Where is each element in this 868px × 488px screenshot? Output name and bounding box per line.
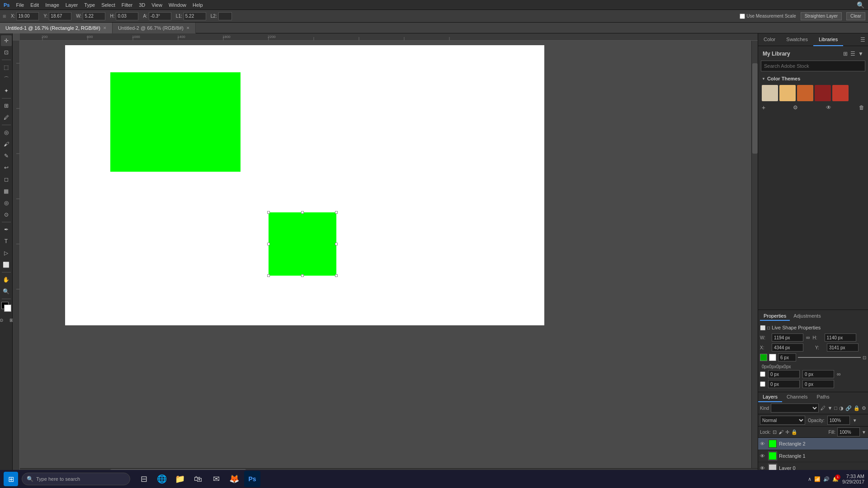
tab1-close[interactable]: ✕ — [103, 26, 107, 30]
fill-arrow[interactable]: ▼ — [862, 430, 866, 435]
panel-tab-color[interactable]: Color — [758, 33, 781, 46]
corner-link-icon[interactable]: ∞ — [837, 371, 841, 377]
eye-icon[interactable]: 👁 — [826, 104, 831, 111]
w-prop-input[interactable] — [772, 333, 803, 342]
layer-filter-icon[interactable]: ▼ — [827, 405, 832, 411]
panel-tab-swatches[interactable]: Swatches — [781, 33, 813, 46]
spot-healing-tool[interactable]: ◎ — [1, 127, 12, 138]
start-button[interactable]: ⊞ — [4, 472, 18, 486]
menu-help[interactable]: Help — [193, 2, 203, 8]
blend-mode-select[interactable]: Normal — [760, 416, 805, 425]
menu-layer[interactable]: Layer — [66, 2, 78, 8]
layer-vis-rectangle1[interactable]: 👁 — [760, 453, 766, 459]
ps-logo[interactable]: Ps — [4, 2, 9, 8]
eyedropper-tool[interactable]: 🖉 — [1, 112, 12, 123]
layer-tab-paths[interactable]: Paths — [812, 392, 834, 402]
use-measurement-label[interactable]: Use Measurement Scale — [740, 14, 796, 19]
taskbar-ie[interactable]: 🌐 — [154, 471, 170, 487]
swatch-tan[interactable] — [779, 85, 796, 101]
stroke-width-input[interactable] — [778, 353, 796, 361]
network-icon[interactable]: 📶 — [814, 476, 821, 482]
lock-pixels-icon[interactable]: 🖌 — [778, 429, 783, 435]
canvas-area[interactable]: 200 600 1000 1400 1800 2200 — [13, 33, 758, 474]
corner-px-1[interactable] — [768, 370, 800, 378]
taskbar-store[interactable]: 🛍 — [190, 471, 206, 487]
swatch-red[interactable] — [832, 85, 849, 101]
library-search[interactable] — [761, 61, 865, 71]
lock-position-icon[interactable]: ✛ — [785, 429, 789, 435]
menu-type[interactable]: Type — [84, 2, 95, 8]
marquee-tool[interactable]: ⬚ — [1, 62, 12, 73]
brush-tool[interactable]: 🖌 — [1, 139, 12, 150]
menu-3d[interactable]: 3D — [139, 2, 145, 8]
layer-kind-select[interactable] — [771, 404, 819, 413]
corner-px-3[interactable] — [768, 380, 800, 388]
zoom-tool[interactable]: 🔍 — [1, 286, 12, 297]
prop-tab-properties[interactable]: Properties — [760, 312, 790, 321]
menu-window[interactable]: Window — [169, 2, 186, 8]
y-prop-input[interactable] — [827, 343, 859, 352]
tab-untitled2[interactable]: Untitled-2 @ 66.7% (RGB/8#) ✕ — [113, 23, 196, 33]
menu-file[interactable]: File — [16, 2, 24, 8]
settings-icon[interactable]: ⚙ — [793, 104, 798, 111]
handle-ml[interactable] — [267, 243, 270, 245]
clone-stamp-tool[interactable]: ✎ — [1, 150, 12, 161]
magic-wand-tool[interactable]: ✦ — [1, 85, 12, 96]
layer-vis-rectangle2[interactable]: 👁 — [760, 441, 766, 446]
lock-transparent-icon[interactable]: ⊡ — [773, 429, 777, 435]
handle-bl[interactable] — [267, 274, 270, 277]
handle-mr[interactable] — [335, 243, 338, 245]
menu-filter[interactable]: Filter — [122, 2, 132, 8]
notification-icon[interactable]: 🔔 1 — [832, 476, 839, 482]
x-prop-input[interactable] — [772, 343, 803, 352]
volume-icon[interactable]: 🔊 — [823, 476, 830, 482]
color-themes-header[interactable]: ▼ Color Themes — [761, 74, 865, 83]
swatch-beige[interactable] — [762, 85, 778, 101]
delete-icon[interactable]: 🗑 — [859, 104, 864, 111]
tab2-close[interactable]: ✕ — [186, 26, 190, 30]
w-input[interactable] — [83, 12, 105, 20]
corner-check-1[interactable] — [760, 371, 765, 377]
lock-all-icon[interactable]: 🔒 — [791, 429, 797, 435]
add-item-icon[interactable]: + — [762, 104, 765, 111]
swatch-dark-red[interactable] — [815, 85, 831, 101]
taskbar-browser[interactable]: 🦊 — [226, 471, 242, 487]
opacity-arrow[interactable]: ▼ — [853, 418, 857, 423]
pen-tool[interactable]: ✒ — [1, 224, 12, 235]
chevron-up-icon[interactable]: ∧ — [808, 476, 811, 482]
handle-br[interactable] — [335, 274, 338, 277]
lasso-tool[interactable]: ⌒ — [1, 74, 12, 84]
path-select-tool[interactable]: ▷ — [1, 248, 12, 258]
quick-mask-icon[interactable]: ⊙ — [0, 315, 6, 324]
canvas-content[interactable] — [20, 41, 758, 474]
artboard-tool[interactable]: ⊡ — [1, 47, 12, 58]
gradient-tool[interactable]: ▦ — [1, 186, 12, 197]
layer-link-icon[interactable]: 🔗 — [845, 405, 852, 411]
crop-tool[interactable]: ⊞ — [1, 100, 12, 111]
corner-check-2[interactable] — [760, 381, 765, 387]
rectangle-2-shape[interactable] — [269, 212, 336, 276]
fill-color-swatch[interactable] — [760, 354, 767, 361]
opacity-input[interactable] — [827, 416, 850, 425]
prop-tab-adjustments[interactable]: Adjustments — [790, 312, 825, 321]
handle-bc[interactable] — [301, 274, 304, 277]
handle-tr[interactable] — [335, 211, 338, 214]
panel-menu-icon[interactable]: ☰ — [860, 37, 868, 43]
library-menu-icon[interactable]: ▼ — [858, 51, 863, 57]
x-input[interactable] — [16, 12, 39, 20]
corner-px-4[interactable] — [802, 380, 834, 388]
dodge-tool[interactable]: ⊙ — [1, 209, 12, 220]
foreground-color[interactable] — [1, 302, 11, 312]
layer-del-icon[interactable]: ⚙ — [862, 405, 866, 411]
menu-image[interactable]: Image — [45, 2, 59, 8]
handle-tc[interactable] — [301, 211, 304, 214]
a-input[interactable] — [149, 12, 171, 20]
straighten-btn[interactable]: Straighten Layer — [801, 12, 842, 20]
swatch-orange-brown[interactable] — [797, 85, 813, 101]
layer-lock-icon[interactable]: 🔒 — [854, 405, 860, 411]
layer-item-rectangle2[interactable]: 👁 Rectangle 2 — [758, 438, 868, 450]
layer-tab-channels[interactable]: Channels — [782, 392, 812, 402]
taskbar-time[interactable]: 7:33 AM 9/29/2017 — [842, 474, 864, 484]
grid-view-icon[interactable]: ⊞ — [843, 51, 848, 57]
layer-new-icon[interactable]: 🖊 — [821, 405, 826, 411]
